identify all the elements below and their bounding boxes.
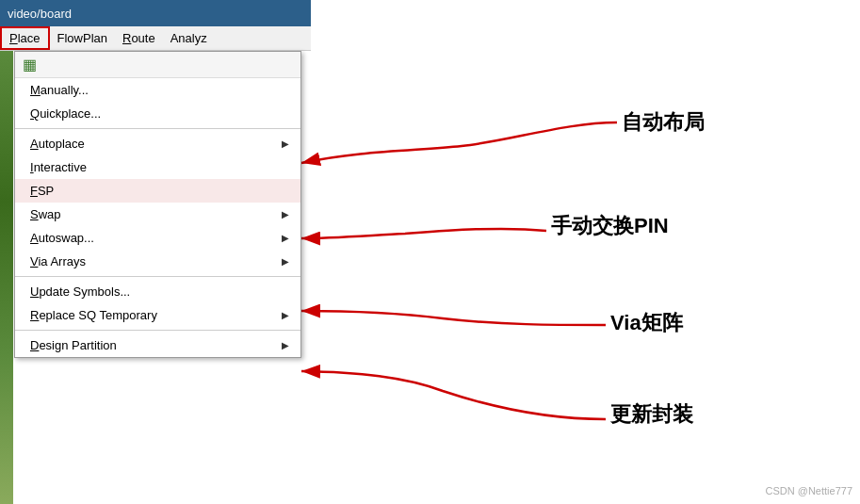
title-bar-text: video/board bbox=[8, 7, 72, 21]
dropdown-menu: ▦ Manually... Quickplace... Autoplace ▶ … bbox=[14, 51, 301, 358]
arrow-icon-replace-sq: ▶ bbox=[282, 310, 289, 320]
dropdown-item-interactive[interactable]: Interactive bbox=[15, 155, 300, 179]
separator-1 bbox=[15, 128, 300, 129]
annotation-swap-pin: 手动交换PIN bbox=[551, 212, 669, 240]
dropdown-icon-row: ▦ bbox=[15, 52, 300, 78]
arrow-icon-via-arrays: ▶ bbox=[282, 256, 289, 267]
menu-route-label: Route bbox=[122, 31, 155, 45]
arrow-icon-swap: ▶ bbox=[282, 209, 289, 219]
title-bar: video/board bbox=[0, 0, 311, 26]
menu-item-route[interactable]: Route bbox=[115, 26, 163, 50]
watermark: CSDN @Nettie777 bbox=[766, 485, 852, 496]
menu-item-place[interactable]: Place bbox=[0, 26, 50, 50]
arrow-icon-design-partition: ▶ bbox=[282, 340, 289, 350]
menu-item-analyze[interactable]: Analyz bbox=[163, 26, 215, 50]
annotation-via-matrix: Via矩阵 bbox=[610, 309, 683, 337]
left-strip bbox=[0, 51, 13, 504]
dropdown-item-autoswap[interactable]: Autoswap... ▶ bbox=[15, 226, 300, 250]
dropdown-item-swap[interactable]: Swap ▶ bbox=[15, 203, 300, 226]
dropdown-item-fsp[interactable]: FSP bbox=[15, 179, 300, 203]
menu-item-flowplan[interactable]: FlowPlan bbox=[50, 26, 115, 50]
menu-bar: Place FlowPlan Route Analyz bbox=[0, 26, 311, 51]
dropdown-item-autoplace[interactable]: Autoplace ▶ bbox=[15, 132, 300, 155]
separator-2 bbox=[15, 276, 300, 277]
annotation-update-symbol: 更新封装 bbox=[610, 400, 693, 429]
dropdown-item-design-partition[interactable]: Design Partition ▶ bbox=[15, 333, 300, 357]
dropdown-item-quickplace[interactable]: Quickplace... bbox=[15, 102, 300, 125]
menu-flowplan-label: FlowPlan bbox=[57, 31, 107, 45]
menu-place-label: Place bbox=[9, 31, 41, 45]
annotation-autoplace: 自动布局 bbox=[622, 108, 705, 137]
arrow-icon-autoplace: ▶ bbox=[282, 138, 289, 149]
dropdown-item-replace-sq[interactable]: Replace SQ Temporary ▶ bbox=[15, 303, 300, 327]
dropdown-item-update-symbols[interactable]: Update Symbols... bbox=[15, 280, 300, 303]
dropdown-item-via-arrays[interactable]: Via Arrays ▶ bbox=[15, 250, 300, 273]
menu-analyze-label: Analyz bbox=[170, 31, 207, 45]
separator-3 bbox=[15, 330, 300, 331]
pcb-icon: ▦ bbox=[23, 56, 37, 73]
arrow-icon-autoswap: ▶ bbox=[282, 233, 289, 243]
dropdown-item-manually[interactable]: Manually... bbox=[15, 78, 300, 102]
